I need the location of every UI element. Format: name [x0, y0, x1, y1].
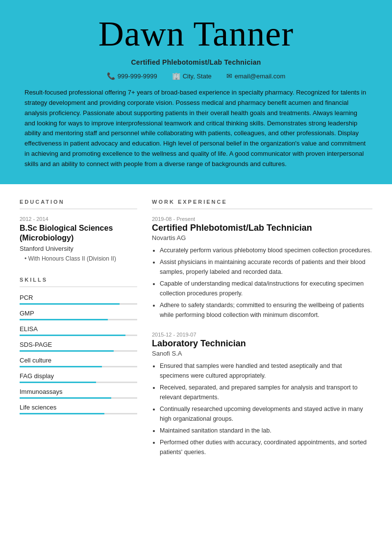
left-column: EDUCATION 2012 - 2014 B.Sc Biological Sc… — [20, 199, 137, 469]
email-icon: ✉ — [226, 72, 232, 80]
skill-name: Immunoassays — [20, 388, 137, 395]
skill-item: Immunoassays — [20, 388, 137, 399]
work-bullet: Performed other duties with accuracy, co… — [160, 437, 372, 457]
skill-item: FAG display — [20, 372, 137, 383]
skill-item: ELISA — [20, 325, 137, 336]
work-bullet: Adhere to safety standards; committed to… — [160, 300, 372, 320]
skill-bar-bg — [20, 303, 137, 305]
skill-name: FAG display — [20, 372, 137, 380]
edu-honors: With Honours Class II (Division II) — [20, 255, 137, 262]
skill-item: PCR — [20, 294, 137, 305]
phone-icon: 📞 — [107, 72, 115, 80]
skills-divider — [20, 287, 137, 287]
skill-bar-fill — [20, 350, 114, 352]
skill-name: Cell culture — [20, 357, 137, 364]
skill-bar-bg — [20, 413, 137, 414]
work-entry: 2015-12 - 2019-07 Laboratory Technician … — [152, 332, 372, 457]
candidate-name: Dawn Tanner — [24, 15, 368, 53]
skill-bar-bg — [20, 319, 137, 320]
edu-honor-item: With Honours Class II (Division II) — [24, 255, 137, 262]
skill-item: SDS-PAGE — [20, 341, 137, 352]
skill-name: GMP — [20, 310, 137, 317]
right-column: WORK EXPERIENCE 2019-08 - Present Certif… — [152, 199, 372, 469]
skill-name: SDS-PAGE — [20, 341, 137, 348]
skill-bar-fill — [20, 335, 125, 336]
education-section-title: EDUCATION — [20, 199, 137, 205]
skill-bar-fill — [20, 319, 108, 320]
edu-years: 2012 - 2014 — [20, 216, 137, 222]
skill-name: PCR — [20, 294, 137, 301]
work-job-title: Laboratory Technician — [152, 338, 372, 349]
summary-text: Result-focused professional offering 7+ … — [24, 88, 368, 169]
work-company: Sanofi S.A — [152, 350, 372, 357]
phone-value: 999-999-9999 — [118, 72, 157, 80]
skill-bar-fill — [20, 382, 96, 383]
resume-header: Dawn Tanner Certified Phlebotomist/Lab T… — [0, 0, 392, 184]
email-item: ✉ email@email.com — [226, 72, 286, 80]
skill-bar-fill — [20, 397, 111, 399]
work-bullet: Ensured that samples were handled and te… — [160, 361, 372, 381]
work-dates: 2019-08 - Present — [152, 216, 372, 222]
edu-degree: B.Sc Biological Sciences (Microbiology) — [20, 223, 137, 244]
skill-bar-fill — [20, 413, 104, 414]
skill-name: Life sciences — [20, 404, 137, 411]
work-bullet: Maintained sanitation standard in the la… — [160, 426, 372, 435]
skills-section-title: SKILLS — [20, 277, 137, 283]
location-value: City, State — [183, 72, 212, 80]
skill-bar-fill — [20, 366, 102, 367]
work-bullets-list: Accurately perform various phlebotomy bl… — [152, 245, 372, 320]
education-section: EDUCATION 2012 - 2014 B.Sc Biological Sc… — [20, 199, 137, 263]
skill-bar-bg — [20, 397, 137, 399]
email-value: email@email.com — [235, 72, 286, 80]
skill-bar-fill — [20, 303, 120, 305]
location-item: 🏢 City, State — [172, 72, 212, 80]
work-divider — [152, 209, 372, 209]
work-section-title: WORK EXPERIENCE — [152, 199, 372, 205]
contact-row: 📞 999-999-9999 🏢 City, State ✉ email@ema… — [24, 72, 368, 80]
work-entry: 2019-08 - Present Certified Phlebotomist… — [152, 216, 372, 320]
skill-item: Life sciences — [20, 404, 137, 414]
phone-item: 📞 999-999-9999 — [107, 72, 157, 80]
skill-bar-bg — [20, 335, 137, 336]
skill-bar-bg — [20, 382, 137, 383]
edu-school: Stanford University — [20, 245, 137, 252]
work-dates: 2015-12 - 2019-07 — [152, 332, 372, 338]
work-entries-container: 2019-08 - Present Certified Phlebotomist… — [152, 216, 372, 457]
skill-bar-bg — [20, 350, 137, 352]
location-icon: 🏢 — [172, 72, 180, 80]
candidate-title: Certified Phlebotomist/Lab Technician — [24, 58, 368, 66]
work-bullet: Accurately perform various phlebotomy bl… — [160, 245, 372, 255]
skill-item: Cell culture — [20, 357, 137, 367]
skill-bar-bg — [20, 366, 137, 367]
work-bullet: Continually researched upcoming developm… — [160, 404, 372, 424]
resume-body: EDUCATION 2012 - 2014 B.Sc Biological Sc… — [0, 184, 392, 483]
work-experience-section: WORK EXPERIENCE 2019-08 - Present Certif… — [152, 199, 372, 457]
skill-name: ELISA — [20, 325, 137, 333]
skills-list: PCR GMP ELISA SDS-PAGE Cell culture — [20, 294, 137, 414]
work-bullets-list: Ensured that samples were handled and te… — [152, 361, 372, 457]
education-divider — [20, 209, 137, 209]
work-job-title: Certified Phlebotomist/Lab Technician — [152, 223, 372, 233]
work-bullet: Capable of understanding medical data/in… — [160, 279, 372, 298]
skill-item: GMP — [20, 310, 137, 320]
skills-section: SKILLS PCR GMP ELISA SDS-PAGE Cell cultu… — [20, 277, 137, 414]
work-bullet: Received, separated, and prepared sample… — [160, 383, 372, 402]
work-company: Novartis AG — [152, 234, 372, 241]
work-bullet: Assist physicians in maintaining accurat… — [160, 257, 372, 277]
